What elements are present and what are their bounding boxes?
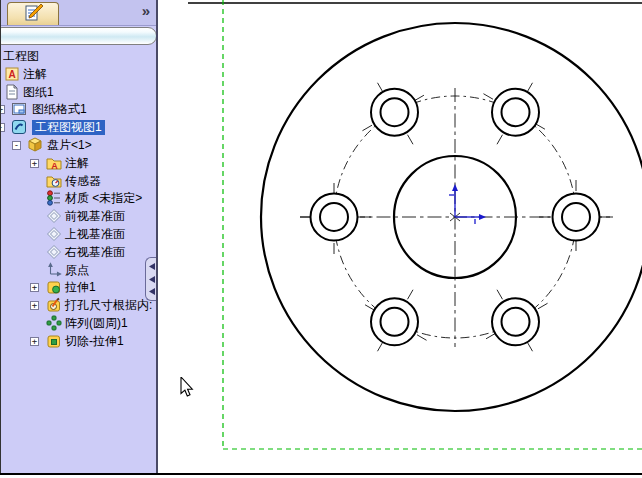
- featuremanager-tab-icon: [22, 3, 44, 26]
- tree-item[interactable]: 上视基准面: [1, 226, 156, 244]
- drawing-view-icon: [11, 119, 27, 135]
- tree-item[interactable]: -盘片<1>: [1, 137, 156, 155]
- expander-plus-icon[interactable]: +: [0, 105, 5, 114]
- tree-item-label: 拉伸1: [65, 280, 96, 295]
- tree-item-label: 阵列(圆周)1: [65, 316, 128, 331]
- tree-item-label: 工程图: [3, 49, 39, 64]
- annotations-folder-icon: A: [46, 155, 62, 171]
- cut-extrude-icon: [46, 333, 62, 349]
- bolt-hole-outer-edge[interactable]: [371, 298, 418, 345]
- plane-icon: [46, 208, 62, 224]
- svg-text:A: A: [8, 69, 15, 80]
- drawing-graphics-area[interactable]: [160, 0, 642, 473]
- sensors-icon: [46, 173, 62, 189]
- tree-item[interactable]: 图纸1: [1, 84, 156, 102]
- tree-item-label: 上视基准面: [65, 227, 125, 242]
- tree-item[interactable]: +A注解: [1, 155, 156, 173]
- tree-item-label: 工程图视图1: [32, 120, 105, 135]
- panel-overflow-chevron[interactable]: »: [142, 2, 150, 20]
- tree-item[interactable]: +拉伸1: [1, 279, 156, 297]
- feature-tree: 工程图A注解图纸1+图纸格式1-工程图视图1-盘片<1>+A注解传感器材质 <未…: [1, 48, 156, 351]
- svg-text:A: A: [51, 160, 58, 170]
- tree-item-label: 切除-拉伸1: [65, 334, 124, 349]
- bolt-hole-outer-edge[interactable]: [492, 89, 539, 136]
- expander-minus-icon[interactable]: -: [12, 141, 21, 150]
- tree-item-label: 打孔尺寸根据内:: [65, 298, 152, 313]
- tree-item[interactable]: 原点: [1, 262, 156, 280]
- tree-item[interactable]: +切除-拉伸1: [1, 333, 156, 351]
- tree-item-label: 盘片<1>: [47, 138, 92, 153]
- tree-item[interactable]: 工程图: [1, 48, 156, 66]
- expander-plus-icon[interactable]: +: [30, 301, 39, 310]
- featuremanager-panel: » 工程图A注解图纸1+图纸格式1-工程图视图1-盘片<1>+A注解传感器材质 …: [0, 0, 158, 473]
- tab-featuremanager[interactable]: [7, 2, 59, 25]
- tree-item[interactable]: A注解: [1, 66, 156, 84]
- bolt-hole-outer-edge[interactable]: [311, 194, 358, 241]
- collapse-arrow-icon: [149, 263, 156, 270]
- tree-item[interactable]: 材质 <未指定>: [1, 190, 156, 208]
- tree-item-label: 前视基准面: [65, 209, 125, 224]
- bolt-hole-outer-edge[interactable]: [492, 298, 539, 345]
- solidworks-window: » 工程图A注解图纸1+图纸格式1-工程图视图1-盘片<1>+A注解传感器材质 …: [0, 0, 642, 478]
- collapse-arrow-icon: [149, 288, 156, 295]
- window-bottom-edge: [0, 473, 642, 475]
- expander-plus-icon[interactable]: +: [30, 159, 39, 168]
- tree-item[interactable]: 前视基准面: [1, 208, 156, 226]
- bolt-hole-outer-edge[interactable]: [553, 194, 600, 241]
- tree-item-label: 传感器: [65, 174, 101, 189]
- tree-item-label: 注解: [23, 67, 47, 82]
- hole-wizard-icon: [46, 297, 62, 313]
- tree-item-label: 右视基准面: [65, 245, 125, 260]
- plane-icon: [46, 226, 62, 242]
- sheet-icon: [4, 84, 20, 100]
- expander-plus-icon[interactable]: +: [30, 337, 39, 346]
- annotations-icon: A: [4, 66, 20, 82]
- tree-item-label: 图纸格式1: [32, 102, 87, 117]
- tree-item-label: 原点: [65, 263, 89, 278]
- panel-tab-strip: »: [1, 0, 156, 26]
- origin-icon: [46, 262, 62, 278]
- tree-item[interactable]: +打孔尺寸根据内:: [1, 297, 156, 315]
- view-origin-marker[interactable]: [449, 184, 486, 224]
- tree-item[interactable]: -工程图视图1: [1, 119, 156, 137]
- circular-pattern-icon: [46, 315, 62, 331]
- panel-collapse-handle[interactable]: [145, 257, 158, 301]
- tree-item[interactable]: +图纸格式1: [1, 101, 156, 119]
- sheet-format-icon: [11, 101, 27, 117]
- tree-item[interactable]: 阵列(圆周)1: [1, 315, 156, 333]
- tree-item[interactable]: 右视基准面: [1, 244, 156, 262]
- tree-item-label: 图纸1: [23, 85, 54, 100]
- plane-icon: [46, 244, 62, 260]
- collapse-arrow-icon: [149, 276, 156, 283]
- expander-minus-icon[interactable]: -: [0, 123, 5, 132]
- boss-extrude-icon: [46, 279, 62, 295]
- material-icon: [46, 190, 62, 206]
- tree-item-label: 材质 <未指定>: [65, 191, 142, 206]
- part-icon: [27, 137, 43, 153]
- panel-scroll-pill[interactable]: [0, 27, 157, 45]
- tree-item[interactable]: 传感器: [1, 173, 156, 191]
- bolt-hole-outer-edge[interactable]: [371, 89, 418, 136]
- expander-plus-icon[interactable]: +: [30, 283, 39, 292]
- tree-item-label: 注解: [65, 156, 89, 171]
